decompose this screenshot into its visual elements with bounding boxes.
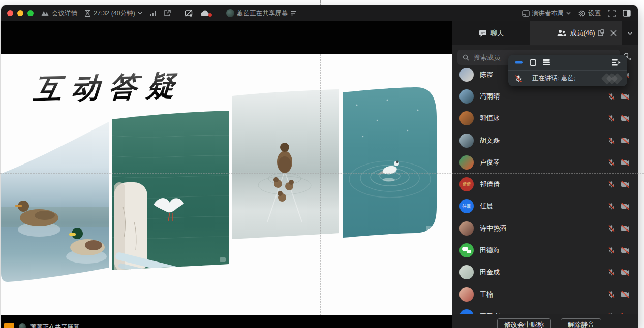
- member-avatar: [459, 221, 474, 236]
- camera-off-icon[interactable]: [621, 225, 630, 232]
- tab-chat[interactable]: 聊天: [452, 21, 530, 45]
- list-view-icon[interactable]: [543, 59, 550, 65]
- mic-muted-icon[interactable]: [608, 93, 615, 100]
- meeting-details-label: 会议详情: [52, 9, 77, 18]
- camera-off-icon[interactable]: [621, 203, 630, 210]
- mic-muted-icon[interactable]: [608, 291, 615, 298]
- cloud-recording-button[interactable]: [200, 10, 210, 17]
- camera-off-icon[interactable]: [621, 181, 630, 188]
- member-avatar: [459, 68, 474, 82]
- member-row[interactable]: 任晨 任晨: [452, 195, 638, 217]
- titlebar: 会议详情 27:32 (40分钟) 蕙茝正在共享屏幕: [1, 5, 638, 21]
- record-disabled-button[interactable]: [185, 10, 193, 17]
- presentation-slide: 互动答疑: [1, 54, 452, 315]
- member-row[interactable]: 王楠: [452, 283, 638, 305]
- photo-duck-family: [232, 85, 339, 242]
- record-disabled-icon: [185, 10, 193, 17]
- popup-toolbar: [508, 55, 627, 70]
- sidebar-tabstrip: 聊天 成员(46): [452, 21, 638, 45]
- tab-chat-label: 聊天: [490, 28, 504, 38]
- watermark-logo: [606, 75, 621, 83]
- popout-panel-icon[interactable]: [597, 29, 604, 37]
- tab-members-label: 成员(46): [570, 28, 595, 38]
- member-name: 任晨: [480, 202, 608, 211]
- sharer-status: 蕙茝正在共享屏幕: [226, 9, 297, 18]
- single-view-icon[interactable]: [530, 59, 536, 66]
- close-panel-icon[interactable]: [610, 30, 617, 36]
- sharer-list-icon[interactable]: [290, 11, 297, 16]
- mic-muted-icon[interactable]: [608, 115, 615, 122]
- background-window-edge: [641, 0, 641, 328]
- sidebar-collapse-button[interactable]: [622, 21, 638, 45]
- member-row[interactable]: 胡文磊: [452, 129, 638, 151]
- search-icon: [463, 54, 469, 61]
- mic-muted-icon[interactable]: [608, 137, 615, 144]
- member-name: 田金成: [480, 268, 608, 277]
- presenter-share-toolbar[interactable]: 蕙茝正在共享屏幕: [4, 323, 79, 328]
- member-avatar: [459, 265, 474, 279]
- camera-off-icon[interactable]: [621, 269, 630, 276]
- camera-off-icon[interactable]: [621, 115, 630, 122]
- camera-off-icon[interactable]: [621, 137, 630, 144]
- chat-bubble-icon: [479, 29, 487, 37]
- open-external-icon: [164, 10, 171, 17]
- member-name: 诗中热酒: [480, 224, 608, 233]
- layout-switch-button[interactable]: 演讲者布局: [522, 9, 571, 18]
- gear-icon: [578, 10, 586, 17]
- fullscreen-icon[interactable]: [608, 10, 616, 17]
- mic-muted-icon[interactable]: [608, 159, 615, 166]
- members-footer: 修改会中昵称 解除静音: [452, 314, 638, 328]
- member-row[interactable]: 诗中热酒: [452, 217, 638, 239]
- zoom-traffic-light[interactable]: [27, 10, 34, 16]
- chevron-down-icon: [138, 12, 142, 15]
- photo-seagull-railing: [112, 108, 229, 290]
- network-signal-button[interactable]: [149, 10, 157, 17]
- mic-muted-icon[interactable]: [608, 225, 615, 232]
- tab-members[interactable]: 成员(46): [530, 21, 622, 45]
- share-bar-avatar: [19, 323, 26, 328]
- member-avatar: [459, 243, 474, 257]
- member-name: 冯雨晴: [480, 92, 608, 101]
- camera-off-icon[interactable]: [621, 93, 630, 100]
- camera-off-icon[interactable]: [621, 291, 630, 298]
- side-panel-toggle-icon[interactable]: [623, 10, 631, 17]
- member-row[interactable]: 郭恒冰: [452, 108, 638, 129]
- speaking-popup: 正在讲话: 蕙茝;: [508, 55, 627, 86]
- unmute-button[interactable]: 解除静音: [561, 318, 601, 328]
- signal-bars-icon: [149, 10, 157, 17]
- mic-muted-icon[interactable]: [608, 247, 615, 254]
- close-traffic-light[interactable]: [7, 10, 13, 16]
- minimize-view-icon[interactable]: [515, 61, 523, 64]
- member-name: 田德海: [480, 246, 608, 255]
- popup-vertical-divider: [527, 75, 527, 83]
- vertical-guide: [320, 54, 321, 315]
- settings-button[interactable]: 设置: [578, 9, 601, 18]
- hourglass-icon: [84, 10, 91, 17]
- meeting-details-button[interactable]: 会议详情: [41, 9, 77, 18]
- speaking-text: 正在讲话: 蕙茝;: [532, 74, 575, 83]
- mic-muted-icon[interactable]: [608, 269, 615, 276]
- collapse-to-side-icon[interactable]: [612, 59, 621, 66]
- member-name: 胡文磊: [480, 136, 608, 145]
- chevron-down-icon: [627, 31, 633, 35]
- avatar-label: 倩倩: [463, 182, 471, 187]
- member-row[interactable]: 田金成: [452, 261, 638, 283]
- mic-muted-icon[interactable]: [608, 181, 615, 188]
- member-row[interactable]: 田德海: [452, 239, 638, 261]
- mic-muted-icon[interactable]: [608, 203, 615, 210]
- member-name: 卢俊琴: [480, 158, 608, 167]
- camera-off-icon[interactable]: [621, 159, 630, 166]
- member-row[interactable]: 卢俊琴: [452, 151, 638, 173]
- minimize-traffic-light[interactable]: [17, 10, 23, 16]
- open-external-button[interactable]: [164, 10, 171, 17]
- avatar-label: 任晨: [462, 204, 471, 209]
- member-row[interactable]: 冯雨晴: [452, 85, 638, 107]
- member-avatar: [459, 287, 474, 302]
- camera-off-icon[interactable]: [621, 247, 630, 254]
- member-row[interactable]: 倩倩 祁倩倩: [452, 173, 638, 195]
- meeting-timer[interactable]: 27:32 (40分钟): [84, 9, 142, 18]
- photo-ducks-ice: [1, 115, 109, 288]
- chevron-down-icon: [566, 12, 571, 15]
- app-logo-icon: [41, 10, 49, 17]
- rename-button[interactable]: 修改会中昵称: [497, 318, 551, 328]
